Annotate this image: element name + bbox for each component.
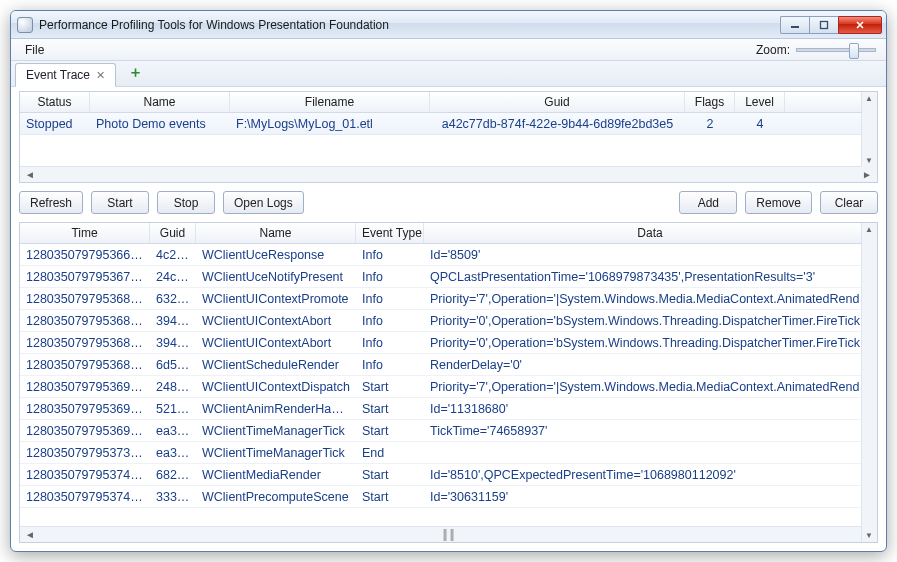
cell-guid: ea3b4: [150, 444, 196, 462]
app-icon: [17, 17, 33, 33]
tab-event-trace[interactable]: Event Trace ✕: [15, 63, 116, 87]
minimize-button[interactable]: [780, 16, 809, 34]
cell-type: Info: [356, 246, 424, 264]
cell-guid: 39404: [150, 334, 196, 352]
cell-type: Info: [356, 334, 424, 352]
zoom-slider[interactable]: [796, 48, 876, 52]
cell-name: WClientUIContextAbort: [196, 312, 356, 330]
event-row[interactable]: 12803507979537421733314WClientPrecompute…: [20, 486, 877, 508]
cell-name: WClientUceResponse: [196, 246, 356, 264]
cell-data: Priority='7',Operation='|System.Windows.…: [424, 290, 877, 308]
close-tab-icon[interactable]: ✕: [96, 69, 105, 82]
zoom-label: Zoom:: [756, 43, 790, 57]
col-level[interactable]: Level: [735, 92, 785, 112]
cell-status: Stopped: [20, 115, 90, 133]
cell-data: Priority='7',Operation='|System.Windows.…: [424, 378, 877, 396]
event-row[interactable]: 1280350797953665374c253WClientUceRespons…: [20, 244, 877, 266]
cell-guid: 39404: [150, 312, 196, 330]
cell-time: 128035079795369802: [20, 422, 150, 440]
col-event-type[interactable]: Event Type: [356, 223, 424, 243]
event-row[interactable]: 1280350797953741506827eWClientMediaRende…: [20, 464, 877, 486]
session-hscroll[interactable]: ◄►: [20, 166, 877, 182]
add-button[interactable]: Add: [679, 191, 737, 214]
events-hscroll[interactable]: ◄║║►: [20, 526, 877, 542]
cell-guid: 33314: [150, 488, 196, 506]
cell-data: Priority='0',Operation='bSystem.Windows.…: [424, 312, 877, 330]
event-row[interactable]: 1280350797953685666d5aeWClientScheduleRe…: [20, 354, 877, 376]
zoom-slider-thumb[interactable]: [849, 43, 859, 59]
cell-name: WClientTimeManagerTick: [196, 422, 356, 440]
cell-guid: 4c253: [150, 246, 196, 264]
col-name[interactable]: Name: [90, 92, 230, 112]
cell-type: Start: [356, 422, 424, 440]
maximize-button[interactable]: [809, 16, 838, 34]
event-row[interactable]: 128035079795369802ea3b4WClientTimeManage…: [20, 420, 877, 442]
cell-level: 4: [735, 115, 785, 133]
session-row[interactable]: Stopped Photo Demo events F:\MyLogs\MyLo…: [20, 113, 877, 135]
cell-type: Info: [356, 268, 424, 286]
event-row[interactable]: 128035079795373972ea3b4WClientTimeManage…: [20, 442, 877, 464]
events-body: 1280350797953665374c253WClientUceRespons…: [20, 244, 877, 526]
event-row[interactable]: 12803507979536846239404WClientUIContextA…: [20, 332, 877, 354]
session-header: Status Name Filename Guid Flags Level: [20, 92, 877, 113]
cell-time: 128035079795366537: [20, 246, 150, 264]
col-guid[interactable]: Guid: [430, 92, 685, 112]
app-window: Performance Profiling Tools for Windows …: [10, 10, 887, 552]
col-filename[interactable]: Filename: [230, 92, 430, 112]
col-data[interactable]: Data: [424, 223, 877, 243]
cell-type: Start: [356, 400, 424, 418]
col-ev-name[interactable]: Name: [196, 223, 356, 243]
remove-button[interactable]: Remove: [745, 191, 812, 214]
cell-type: End: [356, 444, 424, 462]
open-logs-button[interactable]: Open Logs: [223, 191, 304, 214]
cell-time: 128035079795373972: [20, 444, 150, 462]
cell-type: Start: [356, 378, 424, 396]
toolbar: Refresh Start Stop Open Logs Add Remove …: [19, 189, 878, 216]
close-button[interactable]: [838, 16, 882, 34]
cell-filename: F:\MyLogs\MyLog_01.etl: [230, 115, 430, 133]
tabstrip: Event Trace ✕ ＋: [11, 61, 886, 87]
cell-name: Photo Demo events: [90, 115, 230, 133]
cell-guid: a42c77db-874f-422e-9b44-6d89fe2bd3e5: [430, 115, 685, 133]
tab-label: Event Trace: [26, 68, 90, 82]
cell-type: Info: [356, 312, 424, 330]
col-ev-guid[interactable]: Guid: [150, 223, 196, 243]
session-vscroll[interactable]: [861, 92, 877, 167]
col-status[interactable]: Status: [20, 92, 90, 112]
event-row[interactable]: 12803507979536816739404WClientUIContextA…: [20, 310, 877, 332]
event-row[interactable]: 1280350797953693572481aWClientUIContextD…: [20, 376, 877, 398]
cell-data: Id='8510',QPCExpectedPresentTime='106898…: [424, 466, 877, 484]
col-time[interactable]: Time: [20, 223, 150, 243]
start-button[interactable]: Start: [91, 191, 149, 214]
plus-icon: ＋: [128, 63, 143, 80]
event-row[interactable]: 12803507979536762624cd1WClientUceNotifyP…: [20, 266, 877, 288]
cell-time: 128035079795368462: [20, 334, 150, 352]
cell-data: Id='11318680': [424, 400, 877, 418]
content-area: Status Name Filename Guid Flags Level St…: [11, 87, 886, 551]
cell-data: QPCLastPresentationTime='1068979873435',…: [424, 268, 877, 286]
cell-time: 128035079795369357: [20, 378, 150, 396]
cell-data: TickTime='74658937': [424, 422, 877, 440]
cell-time: 128035079795367626: [20, 268, 150, 286]
cell-time: 128035079795374150: [20, 466, 150, 484]
cell-name: WClientUIContextDispatch: [196, 378, 356, 396]
menubar: File Zoom:: [11, 39, 886, 61]
cell-time: 128035079795368566: [20, 356, 150, 374]
clear-button[interactable]: Clear: [820, 191, 878, 214]
events-header: Time Guid Name Event Type Data: [20, 223, 877, 244]
add-tab-button[interactable]: ＋: [120, 59, 151, 86]
stop-button[interactable]: Stop: [157, 191, 215, 214]
event-row[interactable]: 128035079795368071632d4WClientUIContextP…: [20, 288, 877, 310]
refresh-button[interactable]: Refresh: [19, 191, 83, 214]
cell-guid: 521c1: [150, 400, 196, 418]
cell-name: WClientScheduleRender: [196, 356, 356, 374]
menu-file[interactable]: File: [17, 41, 52, 59]
titlebar[interactable]: Performance Profiling Tools for Windows …: [11, 11, 886, 39]
cell-name: WClientUceNotifyPresent: [196, 268, 356, 286]
event-row[interactable]: 128035079795369722521c1WClientAnimRender…: [20, 398, 877, 420]
cell-name: WClientPrecomputeScene: [196, 488, 356, 506]
events-vscroll[interactable]: [861, 223, 877, 542]
cell-time: 128035079795368167: [20, 312, 150, 330]
cell-data: RenderDelay='0': [424, 356, 877, 374]
col-flags[interactable]: Flags: [685, 92, 735, 112]
